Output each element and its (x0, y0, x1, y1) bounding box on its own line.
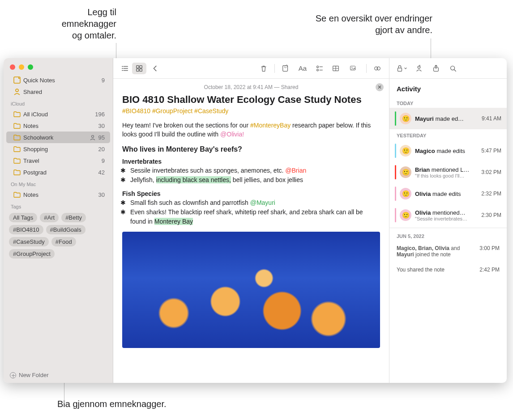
delete-button[interactable] (256, 63, 271, 74)
sidebar-item-count: 9 (102, 157, 105, 164)
activity-time: 2:42 PM (479, 267, 500, 273)
avatar: 🙂 (400, 145, 411, 157)
note-text: Jellyfish, (130, 176, 156, 183)
note-mention[interactable]: @Olivia! (220, 131, 244, 138)
svg-point-2 (91, 136, 94, 138)
activity-time: 9:41 AM (482, 115, 501, 122)
table-button[interactable] (329, 63, 343, 74)
avatar: 🙂 (400, 113, 411, 124)
activity-section-today: Today (389, 97, 507, 108)
sidebar: Quick Notes 9 Shared iCloud All iCloud19… (4, 58, 113, 383)
grid-view-button[interactable] (132, 63, 146, 74)
sidebar-section-onmymac: On My Mac (4, 178, 113, 189)
activity-item[interactable]: 🙂Olivia made edits2:32 PM (389, 183, 507, 204)
tag-chip[interactable]: #Food (51, 237, 76, 246)
toolbar: Aa (113, 58, 389, 79)
sidebar-item-folder[interactable]: Notes30 (6, 189, 110, 200)
callout-activity: Se en oversikt over endringer gjort av a… (244, 13, 432, 36)
note-paragraph: Hey team! I've broken out the sections f… (122, 121, 380, 139)
sidebar-item-folder[interactable]: Postgrad42 (6, 166, 110, 178)
note-body[interactable]: BIO 4810 Shallow Water Ecology Case Stud… (113, 92, 389, 348)
activity-subtext: "If this looks good I'll… (415, 173, 478, 178)
note-heading: Who lives in Monterey Bay's reefs? (122, 145, 380, 153)
svg-rect-3 (137, 65, 139, 68)
activity-text: Brian mentioned L…"If this looks good I'… (415, 166, 478, 178)
list-view-button[interactable] (118, 63, 132, 74)
callout-text: Se en oversikt over endringer (244, 13, 432, 24)
note-list: Small fish such as clownfish and parrotf… (129, 198, 380, 226)
activity-subtext: "Sessile invertebrates… (415, 216, 478, 221)
sidebar-item-count: 95 (98, 134, 105, 141)
note-mention[interactable]: @Brian (285, 167, 306, 174)
list-item: Small fish such as clownfish and parrotf… (129, 198, 380, 208)
sidebar-item-quick-notes[interactable]: Quick Notes 9 (6, 74, 110, 86)
shared-icon (13, 88, 21, 95)
activity-item[interactable]: 🙂Brian mentioned L…"If this looks good I… (389, 161, 507, 183)
sidebar-item-count: 30 (98, 191, 105, 198)
new-folder-label: New Folder (19, 372, 48, 378)
activity-panel: Activity Today 🙂Mayuri made ed…9:41 AM Y… (389, 58, 507, 383)
callout-text: Legg til (27, 6, 116, 18)
search-button[interactable] (446, 63, 460, 74)
note-mention[interactable]: @Mayuri (250, 199, 275, 206)
activity-item[interactable]: 🙂Magico made edits5:47 PM (389, 140, 507, 161)
close-activity-icon[interactable]: ✕ (376, 83, 384, 91)
tag-chip[interactable]: #Art (40, 213, 59, 222)
activity-time: 5:47 PM (481, 148, 501, 154)
sidebar-section-tags: Tags (4, 200, 113, 211)
collaborate-button[interactable] (412, 63, 426, 74)
note-hashtag[interactable]: #MontereyBay (250, 122, 291, 129)
svg-point-14 (377, 67, 380, 70)
activity-item[interactable]: 🙂Olivia mentioned…"Sessile invertebrates… (389, 204, 507, 226)
list-item: Sessile invertebrates such as sponges, a… (129, 166, 380, 175)
sidebar-item-folder[interactable]: Travel9 (6, 155, 110, 166)
avatar: 🙂 (400, 188, 411, 199)
lock-button[interactable] (394, 63, 409, 74)
chevron-left-icon (151, 64, 159, 72)
format-button[interactable]: Aa (295, 63, 311, 74)
activity-color-bar (395, 144, 396, 158)
activity-text: Mayuri made ed… (415, 115, 478, 122)
activity-color-bar (395, 165, 396, 179)
checklist-button[interactable] (312, 63, 327, 74)
maximize-button[interactable] (28, 64, 33, 70)
checklist-icon (316, 64, 324, 72)
sidebar-item-folder[interactable]: Schoolwork95 (6, 132, 110, 143)
sidebar-item-count: 9 (102, 77, 105, 84)
activity-footer-item: You shared the note 2:42 PM (389, 262, 507, 277)
svg-rect-15 (398, 68, 402, 71)
sidebar-item-count: 196 (95, 111, 105, 118)
sidebar-item-label: Travel (23, 157, 99, 164)
sidebar-item-label: Notes (23, 191, 96, 198)
tag-chip[interactable]: All Tags (9, 213, 37, 222)
quick-notes-icon (13, 76, 21, 84)
svg-rect-7 (283, 65, 288, 71)
media-button[interactable] (345, 63, 363, 74)
close-button[interactable] (10, 64, 15, 70)
sidebar-item-shared[interactable]: Shared (6, 86, 110, 98)
sidebar-item-label: Shopping (23, 146, 96, 153)
share-button[interactable] (429, 63, 443, 74)
notes-window: Quick Notes 9 Shared iCloud All iCloud19… (4, 58, 507, 383)
sidebar-item-label: Postgrad (23, 169, 96, 176)
new-folder-button[interactable]: New Folder (4, 367, 113, 383)
back-button[interactable] (148, 63, 162, 74)
new-note-button[interactable] (278, 63, 293, 74)
tag-chip[interactable]: #BIO4810 (9, 225, 43, 234)
sidebar-item-folder[interactable]: All iCloud196 (6, 108, 110, 120)
list-icon (121, 64, 129, 72)
tag-chip[interactable]: #BuildGoals (46, 225, 86, 234)
svg-point-12 (351, 67, 352, 68)
tag-chip[interactable]: #GroupProject (9, 249, 55, 259)
sidebar-item-folder[interactable]: Notes30 (6, 120, 110, 132)
sidebar-item-folder[interactable]: Shopping20 (6, 143, 110, 155)
minimize-button[interactable] (19, 64, 24, 70)
activity-item[interactable]: 🙂Mayuri made ed…9:41 AM (389, 108, 507, 129)
folder-icon (13, 134, 21, 140)
activity-time: 2:30 PM (481, 212, 501, 218)
activity-footer-text: You shared the note (397, 267, 445, 273)
link-note-button[interactable] (370, 63, 385, 74)
tag-chip[interactable]: #CaseStudy (9, 237, 49, 246)
tag-chip[interactable]: #Betty (61, 213, 86, 222)
activity-footer-item: Magico, Brian, Olivia and Mayuri joined … (389, 241, 507, 262)
